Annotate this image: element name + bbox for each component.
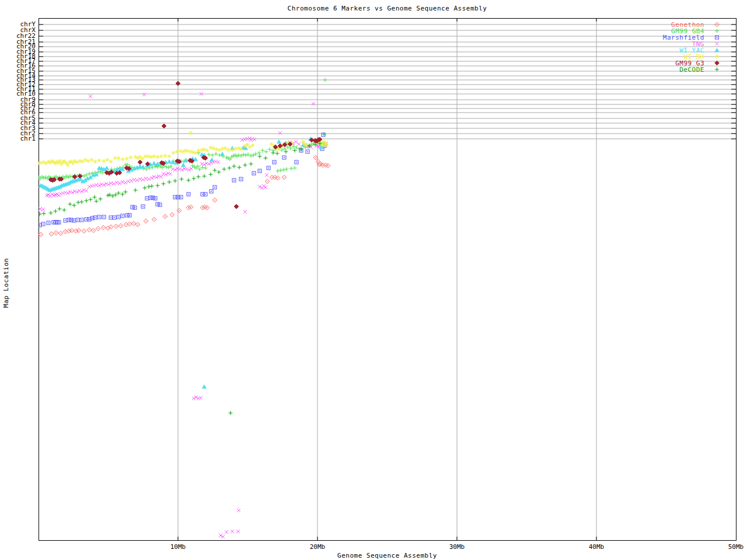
data-point [271, 151, 275, 155]
data-point [67, 218, 71, 222]
data-point [209, 146, 213, 150]
data-point [312, 102, 315, 106]
data-point [150, 184, 154, 188]
data-point [171, 167, 174, 171]
data-point [117, 191, 121, 195]
data-point [101, 225, 106, 230]
data-point [149, 155, 153, 159]
data-point [209, 173, 213, 177]
data-point [270, 142, 274, 146]
data-point [213, 169, 217, 173]
data-point [204, 166, 208, 170]
data-point [64, 191, 67, 194]
data-point [49, 232, 54, 236]
data-point [224, 146, 228, 150]
legend-label-decode: DeCODE [679, 66, 704, 73]
data-point [207, 153, 211, 157]
data-point [72, 174, 77, 179]
data-point [152, 162, 156, 165]
data-point [159, 175, 163, 178]
data-point [214, 152, 218, 156]
data-point [106, 158, 110, 162]
data-point [80, 218, 83, 222]
data-point [125, 157, 129, 161]
data-point [282, 156, 286, 159]
data-point [267, 166, 270, 170]
series-gm99-g3 [48, 81, 322, 209]
data-point [90, 158, 94, 162]
data-point [214, 160, 218, 163]
data-point [147, 177, 151, 181]
data-point [239, 177, 243, 181]
data-point [210, 158, 214, 162]
data-point [232, 164, 236, 169]
data-point [129, 156, 133, 160]
data-point [64, 219, 67, 222]
data-point [178, 167, 181, 171]
data-point [268, 148, 272, 152]
data-point [54, 209, 58, 214]
data-point [212, 198, 217, 202]
data-point [232, 178, 236, 182]
data-point [41, 208, 45, 211]
data-point [198, 167, 202, 172]
data-point [125, 214, 129, 217]
data-point [234, 147, 238, 151]
data-point [117, 156, 121, 160]
data-point [144, 219, 148, 223]
data-point [105, 166, 109, 170]
data-point [58, 231, 63, 236]
data-point [66, 163, 70, 167]
data-point [203, 385, 207, 388]
data-point [128, 214, 131, 217]
data-point [293, 149, 297, 153]
data-point [275, 152, 280, 156]
data-point [211, 153, 215, 158]
data-point [76, 218, 79, 222]
data-point [109, 216, 113, 219]
data-point [257, 151, 261, 155]
data-point [265, 173, 268, 177]
data-point [167, 180, 172, 184]
data-point [167, 160, 172, 163]
data-point [205, 205, 210, 210]
data-point [243, 210, 247, 214]
data-point [109, 160, 113, 164]
y-tick-label-chr1: chr1 [0, 136, 36, 142]
data-point [167, 155, 172, 159]
data-point [225, 530, 228, 534]
data-point [282, 168, 286, 172]
data-point [87, 228, 92, 232]
data-point [80, 200, 84, 204]
data-point [231, 530, 234, 533]
data-point [61, 191, 65, 195]
data-point [192, 177, 196, 181]
data-point [96, 226, 100, 231]
data-point [210, 190, 213, 193]
data-point [121, 214, 124, 218]
data-point [217, 170, 221, 174]
data-point [134, 188, 138, 192]
data-point [177, 208, 181, 213]
data-point [156, 184, 160, 188]
data-point [124, 190, 128, 194]
data-point [187, 178, 191, 183]
data-point [176, 81, 180, 86]
data-point [92, 184, 96, 187]
data-point [76, 201, 81, 205]
data-point [323, 163, 328, 167]
data-point [199, 396, 203, 400]
data-point [213, 186, 217, 189]
chart-title: Chromosome 6 Markers vs Genome Sequence … [39, 5, 736, 12]
data-point [217, 160, 220, 164]
data-point [130, 179, 133, 183]
data-point [221, 152, 225, 156]
data-point [131, 221, 136, 226]
data-point [146, 155, 151, 159]
data-point [181, 163, 186, 167]
data-point [118, 181, 121, 185]
data-point [179, 149, 183, 153]
data-point [124, 181, 127, 184]
data-point [172, 151, 176, 155]
data-point [162, 182, 166, 186]
